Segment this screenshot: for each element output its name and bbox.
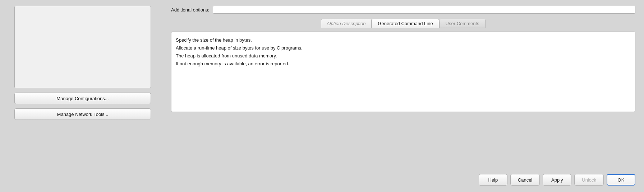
main-container: Manage Configurations... Manage Network …: [0, 0, 644, 192]
cancel-label: Cancel: [518, 177, 532, 183]
left-panel: Manage Configurations... Manage Network …: [0, 0, 165, 192]
ok-label: OK: [618, 177, 625, 183]
manage-network-tools-button[interactable]: Manage Network Tools...: [14, 108, 151, 120]
tab-user-comments[interactable]: User Comments: [440, 19, 486, 28]
description-line1: Specify the size of the heap in bytes.: [176, 36, 631, 44]
description-line3: The heap is allocated from unused data m…: [176, 52, 631, 60]
tab-generated-command-line-label: Generated Command Line: [378, 21, 433, 26]
unlock-button[interactable]: Unlock: [574, 174, 604, 186]
unlock-label: Unlock: [582, 177, 596, 183]
tabs-container: Option Description Generated Command Lin…: [171, 19, 635, 28]
additional-options-label: Additional options:: [171, 7, 209, 13]
manage-network-tools-label: Manage Network Tools...: [57, 112, 109, 117]
bottom-bar: Help Cancel Apply Unlock OK: [0, 168, 644, 192]
manage-configurations-button[interactable]: Manage Configurations...: [14, 93, 151, 104]
tab-user-comments-label: User Comments: [446, 21, 479, 26]
additional-options-row: Additional options:: [171, 6, 635, 14]
tab-option-description-label: Option Description: [327, 21, 365, 26]
apply-label: Apply: [551, 177, 563, 183]
apply-button[interactable]: Apply: [543, 174, 571, 186]
description-line4: If not enough memory is available, an er…: [176, 60, 631, 68]
help-button[interactable]: Help: [479, 174, 507, 186]
tab-content-area: Specify the size of the heap in bytes. A…: [171, 32, 635, 112]
help-label: Help: [488, 177, 498, 183]
tab-option-description[interactable]: Option Description: [321, 19, 372, 28]
additional-options-input[interactable]: [213, 6, 635, 14]
cancel-button[interactable]: Cancel: [510, 174, 540, 186]
right-panel: Additional options: Option Description G…: [165, 0, 644, 192]
description-line2: Allocate a run-time heap of size bytes f…: [176, 44, 631, 52]
description-text: Specify the size of the heap in bytes. A…: [176, 36, 631, 68]
manage-configurations-label: Manage Configurations...: [56, 96, 109, 101]
ok-button[interactable]: OK: [607, 174, 635, 186]
tab-generated-command-line[interactable]: Generated Command Line: [372, 19, 439, 28]
left-box: [14, 6, 151, 88]
